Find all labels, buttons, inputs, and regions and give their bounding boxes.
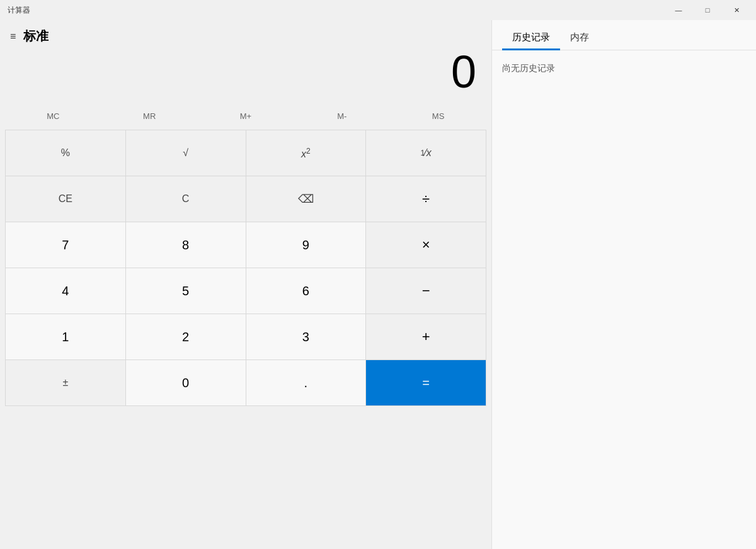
ce-button[interactable]: CE [6,176,125,222]
calculator-panel: ≡ 标准 0 MC MR M+ M- MS % √ x2 [0,20,491,549]
decimal-button[interactable]: . [246,360,366,405]
tab-memory[interactable]: 内存 [560,31,599,50]
divide-button[interactable]: ÷ [366,176,486,222]
reciprocal-button[interactable]: 1∕x [366,130,486,176]
nine-button[interactable]: 9 [246,222,366,268]
title-bar: 计算器 — □ ✕ [0,0,756,20]
minimize-button[interactable]: — [664,0,693,20]
negate-button[interactable]: ± [6,360,125,405]
three-button[interactable]: 3 [246,314,366,359]
memory-store-button[interactable]: MS [390,105,486,127]
delete-button[interactable]: ⌫ [246,176,366,222]
six-button[interactable]: 6 [246,268,366,314]
multiply-button[interactable]: × [366,222,486,268]
subtract-button[interactable]: − [366,268,486,314]
right-panel: 历史记录 内存 尚无历史记录 [491,20,756,549]
button-grid-wrapper: % √ x2 1∕x CE C ⌫ ÷ 7 8 9 × 4 5 [0,130,491,549]
content-area: ≡ 标准 0 MC MR M+ M- MS % √ x2 [0,20,756,549]
memory-recall-button[interactable]: MR [101,105,198,127]
calc-header: ≡ 标准 [0,20,491,47]
zero-button[interactable]: 0 [126,360,246,405]
eight-button[interactable]: 8 [126,222,246,268]
percent-button[interactable]: % [6,130,125,176]
calculator-window: 计算器 — □ ✕ ≡ 标准 0 MC MR M+ M- MS [0,0,756,549]
sqrt-button[interactable]: √ [126,130,246,176]
square-label: x2 [301,147,311,160]
add-button[interactable]: + [366,314,486,359]
one-button[interactable]: 1 [6,314,125,359]
memory-add-button[interactable]: M+ [198,105,294,127]
calc-mode-title: 标准 [23,28,49,45]
memory-row: MC MR M+ M- MS [0,102,491,130]
five-button[interactable]: 5 [126,268,246,314]
memory-clear-button[interactable]: MC [5,105,101,127]
tab-history[interactable]: 历史记录 [502,31,560,50]
history-content: 尚无历史记录 [492,50,756,549]
memory-subtract-button[interactable]: M- [294,105,390,127]
square-button[interactable]: x2 [246,130,366,176]
four-button[interactable]: 4 [6,268,125,314]
no-history-text: 尚无历史记录 [502,63,555,74]
title-bar-left: 计算器 [8,5,30,16]
maximize-button[interactable]: □ [693,0,722,20]
button-grid: % √ x2 1∕x CE C ⌫ ÷ 7 8 9 × 4 5 [5,130,486,406]
seven-button[interactable]: 7 [6,222,125,268]
close-button[interactable]: ✕ [722,0,751,20]
right-tabs: 历史记录 内存 [492,20,756,50]
display-area: 0 [0,47,491,102]
title-bar-controls: — □ ✕ [664,0,751,20]
window-title: 计算器 [8,5,30,16]
clear-button[interactable]: C [126,176,246,222]
display-value: 0 [15,47,476,97]
two-button[interactable]: 2 [126,314,246,359]
equals-button[interactable]: = [366,360,486,405]
menu-icon[interactable]: ≡ [10,31,16,42]
